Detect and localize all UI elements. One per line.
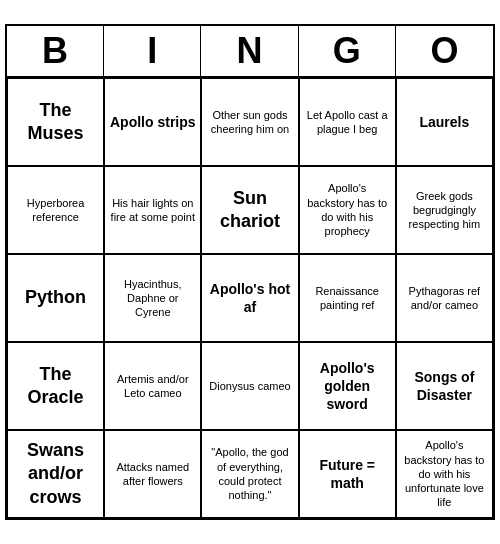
bingo-cell[interactable]: Greek gods begrudgingly respecting him: [396, 166, 493, 254]
bingo-card: BINGO The MusesApollo stripsOther sun go…: [5, 24, 495, 520]
bingo-cell[interactable]: His hair lights on fire at some point: [104, 166, 201, 254]
bingo-cell[interactable]: The Muses: [7, 78, 104, 166]
bingo-cell[interactable]: "Apollo, the god of everything, could pr…: [201, 430, 298, 518]
bingo-grid: The MusesApollo stripsOther sun gods che…: [7, 78, 493, 518]
header-letter: B: [7, 26, 104, 76]
bingo-cell[interactable]: Hyperborea reference: [7, 166, 104, 254]
bingo-cell[interactable]: Pythagoras ref and/or cameo: [396, 254, 493, 342]
bingo-cell[interactable]: Apollo's golden sword: [299, 342, 396, 430]
bingo-cell[interactable]: Songs of Disaster: [396, 342, 493, 430]
bingo-header: BINGO: [7, 26, 493, 78]
bingo-cell[interactable]: Hyacinthus, Daphne or Cyrene: [104, 254, 201, 342]
bingo-cell[interactable]: Apollo's backstory has to do with his un…: [396, 430, 493, 518]
bingo-cell[interactable]: Other sun gods cheering him on: [201, 78, 298, 166]
bingo-cell[interactable]: Dionysus cameo: [201, 342, 298, 430]
bingo-cell[interactable]: Future = math: [299, 430, 396, 518]
bingo-cell[interactable]: Python: [7, 254, 104, 342]
header-letter: N: [201, 26, 298, 76]
bingo-cell[interactable]: Apollo's hot af: [201, 254, 298, 342]
bingo-cell[interactable]: The Oracle: [7, 342, 104, 430]
bingo-cell[interactable]: Let Apollo cast a plague I beg: [299, 78, 396, 166]
bingo-cell[interactable]: Attacks named after flowers: [104, 430, 201, 518]
bingo-cell[interactable]: Swans and/or crows: [7, 430, 104, 518]
header-letter: G: [299, 26, 396, 76]
bingo-cell[interactable]: Apollo strips: [104, 78, 201, 166]
bingo-cell[interactable]: Sun chariot: [201, 166, 298, 254]
bingo-cell[interactable]: Artemis and/or Leto cameo: [104, 342, 201, 430]
header-letter: I: [104, 26, 201, 76]
bingo-cell[interactable]: Apollo's backstory has to do with his pr…: [299, 166, 396, 254]
bingo-cell[interactable]: Renaissance painting ref: [299, 254, 396, 342]
bingo-cell[interactable]: Laurels: [396, 78, 493, 166]
header-letter: O: [396, 26, 493, 76]
